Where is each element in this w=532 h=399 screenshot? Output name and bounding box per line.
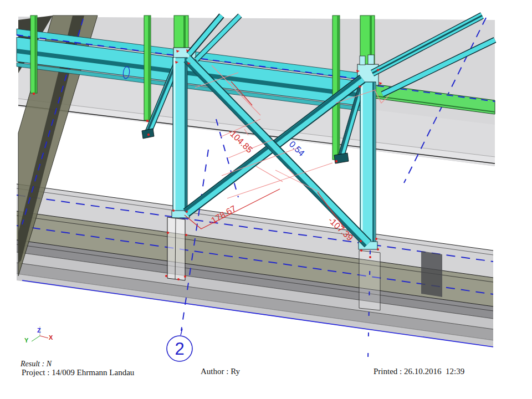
printed-label: Printed : 26.10.2016 12:39: [374, 367, 464, 376]
axis-triad: Z X Y: [24, 326, 53, 344]
column-1: [30, 16, 37, 93]
x-axis-label: X: [49, 334, 53, 341]
z-axis-label: Z: [37, 327, 41, 334]
column-2: [144, 16, 151, 120]
column-3-main-left: [174, 16, 188, 49]
structural-model-view: -104.85 0.54 -178.67 -107.39 2 Z X Y: [0, 0, 532, 399]
grid-bubble-2: 2: [167, 329, 192, 361]
y-axis-label: Y: [24, 337, 29, 344]
stub-end-cap-left: [142, 129, 154, 139]
footing-right: [359, 250, 380, 310]
report-page: -104.85 0.54 -178.67 -107.39 2 Z X Y Res…: [0, 0, 532, 399]
project-label: Project : 14/009 Ehrmann Landau: [22, 368, 134, 377]
column-4: [332, 16, 340, 160]
grid-bubble-label: 2: [175, 339, 184, 359]
author-label: Author : Ry: [201, 367, 240, 376]
footing-left: [167, 217, 185, 280]
result-label: Result : N: [21, 360, 52, 369]
bracing-column-right: [359, 82, 377, 249]
bracing-column-left: [172, 58, 190, 218]
force-value-label: 0.54: [288, 139, 306, 158]
ground-beams: [17, 184, 493, 347]
